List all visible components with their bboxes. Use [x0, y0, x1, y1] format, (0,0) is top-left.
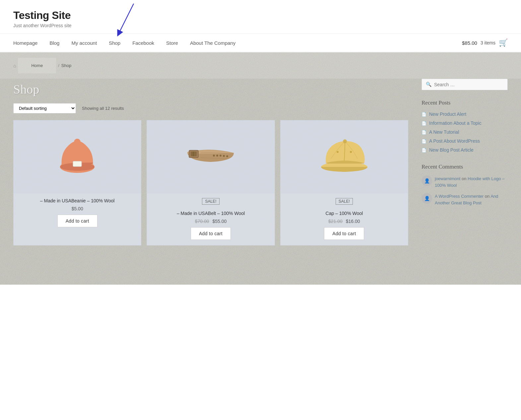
- cart-area: $85.00 3 items 🛒: [462, 38, 508, 47]
- sidebar: 🔍 Recent Posts 📄 New Product Alert 📄 Inf…: [422, 79, 508, 245]
- nav-store[interactable]: Store: [166, 40, 178, 46]
- main-content-area: ⌂ Home / Shop Shop Default sorting Sort …: [0, 52, 521, 285]
- comment-text-2: A WordPress Commenter on And Another Gre…: [435, 193, 508, 206]
- nav-homepage[interactable]: Homepage: [13, 40, 37, 46]
- cart-items: 3 items: [481, 40, 495, 45]
- nav-shop[interactable]: Shop: [109, 40, 120, 46]
- product-image-cap: [281, 120, 408, 193]
- comment-item-1: 👤 joewarnimont on Hoodie with Logo – 100…: [422, 175, 508, 188]
- new-price-cap: $16.00: [346, 219, 360, 224]
- nav-about[interactable]: About The Company: [190, 40, 235, 46]
- sort-bar: Default sorting Sort by popularity Sort …: [13, 103, 408, 113]
- page-title: Shop: [13, 79, 408, 97]
- svg-point-6: [223, 155, 225, 157]
- list-item: 📄 A New Tutorial: [422, 129, 508, 135]
- list-item: 📄 A Post About WordPress: [422, 138, 508, 144]
- post-link-new-product[interactable]: New Product Alert: [429, 111, 466, 117]
- svg-rect-4: [73, 161, 82, 167]
- comment-on-2: on: [485, 194, 490, 199]
- post-icon: 📄: [422, 130, 426, 135]
- product-grid: – Made in USABeanie – 100% Wool $5.00 Ad…: [13, 120, 408, 245]
- beanie-image: [56, 135, 99, 178]
- product-price-belt: $70.00 $55.00: [147, 219, 274, 224]
- add-to-cart-beanie[interactable]: Add to cart: [57, 215, 98, 227]
- svg-point-8: [216, 155, 218, 157]
- breadcrumb-current: Shop: [61, 63, 71, 68]
- site-nav: Homepage Blog My account Shop Facebook S…: [0, 34, 521, 52]
- old-price-cap: $21.00: [328, 219, 343, 224]
- belt-image: [184, 140, 237, 174]
- search-icon: 🔍: [426, 82, 431, 87]
- comment-author-1[interactable]: joewarnimont: [435, 176, 460, 181]
- post-link-wordpress[interactable]: A Post About WordPress: [429, 138, 480, 144]
- new-price-belt: $55.00: [212, 219, 227, 224]
- breadcrumb-home-link[interactable]: Home: [18, 58, 56, 73]
- nav-blog[interactable]: Blog: [49, 40, 59, 46]
- add-to-cart-belt[interactable]: Add to cart: [191, 227, 231, 240]
- comment-avatar-2: 👤: [422, 193, 432, 204]
- recent-posts-list: 📄 New Product Alert 📄 Information About …: [422, 111, 508, 153]
- sort-select[interactable]: Default sorting Sort by popularity Sort …: [13, 103, 76, 113]
- cap-image: [318, 135, 371, 178]
- product-card-beanie[interactable]: – Made in USABeanie – 100% Wool $5.00 Ad…: [13, 120, 141, 245]
- sale-badge-belt: SALE!: [202, 198, 219, 205]
- product-price-beanie: $5.00: [14, 206, 141, 211]
- comment-avatar-1: 👤: [422, 175, 432, 186]
- recent-comments-section: Recent Comments 👤 joewarnimont on Hoodie…: [422, 164, 508, 206]
- nav-facebook[interactable]: Facebook: [132, 40, 154, 46]
- product-name-belt: – Made in USABelt – 100% Wool: [147, 211, 274, 216]
- comment-on-1: on: [462, 176, 468, 181]
- breadcrumb: ⌂ Home / Shop: [0, 52, 521, 79]
- results-count: Showing all 12 results: [82, 106, 124, 111]
- product-image-beanie: [14, 120, 141, 193]
- svg-point-7: [220, 155, 222, 157]
- list-item: 📄 New Blog Post Article: [422, 147, 508, 153]
- post-link-new-tutorial[interactable]: A New Tutorial: [429, 129, 459, 135]
- product-card-belt[interactable]: SALE! – Made in USABelt – 100% Wool $70.…: [147, 120, 275, 245]
- add-to-cart-cap[interactable]: Add to cart: [324, 227, 364, 240]
- post-icon: 📄: [422, 139, 426, 144]
- recent-posts-section: Recent Posts 📄 New Product Alert 📄 Infor…: [422, 100, 508, 153]
- price-block-belt: SALE!: [147, 198, 274, 207]
- product-card-cap[interactable]: SALE! Cap – 100% Wool $21.00 $16.00 Add …: [280, 120, 408, 245]
- home-icon: ⌂: [13, 63, 16, 68]
- product-name-beanie: – Made in USABeanie – 100% Wool: [14, 198, 141, 203]
- product-price-cap: $21.00 $16.00: [281, 219, 408, 224]
- list-item: 📄 Information About a Topic: [422, 120, 508, 126]
- svg-point-16: [350, 151, 352, 153]
- site-title: Testing Site: [13, 9, 508, 22]
- svg-point-9: [213, 155, 215, 157]
- comment-author-2[interactable]: A WordPress Commenter: [435, 194, 484, 199]
- recent-comments-title: Recent Comments: [422, 164, 508, 170]
- search-box[interactable]: 🔍: [422, 79, 508, 90]
- nav-my-account[interactable]: My account: [71, 40, 97, 46]
- old-price-belt: $70.00: [195, 219, 209, 224]
- product-name-cap: Cap – 100% Wool: [281, 211, 408, 216]
- post-icon: 📄: [422, 112, 426, 117]
- sale-badge-cap: SALE!: [336, 198, 353, 205]
- svg-point-15: [337, 151, 339, 153]
- search-input[interactable]: [434, 82, 503, 87]
- post-icon: 📄: [422, 121, 426, 126]
- breadcrumb-sep: /: [58, 63, 59, 68]
- cart-icon[interactable]: 🛒: [499, 38, 508, 47]
- main-column: Shop Default sorting Sort by popularity …: [13, 79, 408, 245]
- svg-point-3: [74, 139, 81, 145]
- post-icon: 📄: [422, 148, 426, 153]
- site-tagline: Just another WordPress site: [13, 23, 508, 28]
- price-block-cap: SALE!: [281, 198, 408, 207]
- post-link-info-topic[interactable]: Information About a Topic: [429, 120, 482, 126]
- content-layout: Shop Default sorting Sort by popularity …: [0, 79, 521, 259]
- post-link-blog-article[interactable]: New Blog Post Article: [429, 147, 474, 153]
- comment-text-1: joewarnimont on Hoodie with Logo – 100% …: [435, 175, 508, 188]
- product-image-belt: [147, 120, 274, 193]
- site-header: Testing Site Just another WordPress site: [0, 0, 521, 34]
- list-item: 📄 New Product Alert: [422, 111, 508, 117]
- nav-links: Homepage Blog My account Shop Facebook S…: [13, 40, 462, 46]
- recent-posts-title: Recent Posts: [422, 100, 508, 106]
- comment-item-2: 👤 A WordPress Commenter on And Another G…: [422, 193, 508, 206]
- svg-point-5: [226, 155, 228, 157]
- cart-price: $85.00: [462, 40, 477, 46]
